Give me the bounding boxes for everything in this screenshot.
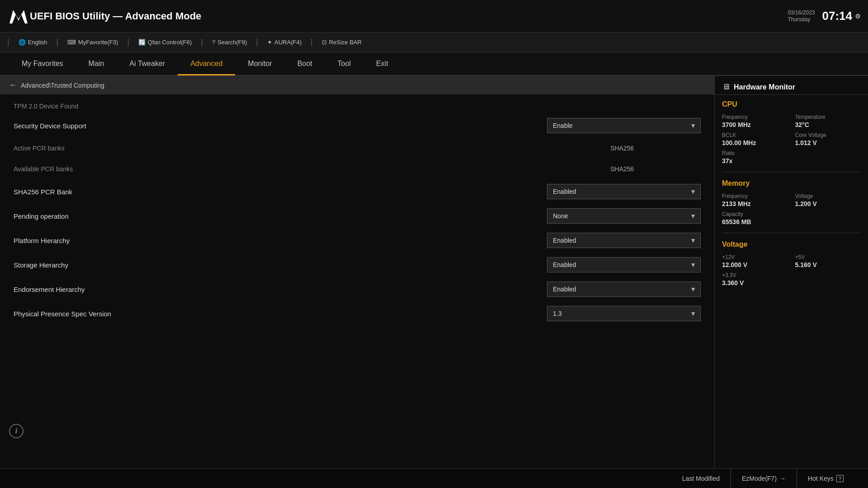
time-display: 07:14 ⚙: [822, 9, 861, 23]
asus-logo: [7, 5, 30, 28]
setting-row-storage-hierarchy: Storage Hierarchy Enabled Disabled ▼: [0, 253, 714, 277]
platform-hierarchy-label: Platform Hierarchy: [14, 237, 547, 244]
tab-advanced[interactable]: Advanced: [178, 53, 235, 75]
sha256-pcr-wrapper: Enabled Disabled ▼: [547, 184, 701, 199]
hardware-monitor-sidebar: 🖥 Hardware Monitor CPU Frequency 3700 MH…: [714, 76, 868, 468]
monitor-icon: 🖥: [722, 82, 730, 92]
tpm-info: TPM 2.0 Device Found: [0, 99, 714, 113]
endorsement-hierarchy-wrapper: Enabled Disabled ▼: [547, 282, 701, 297]
fan-icon: 🔄: [138, 39, 146, 46]
content-area: ← Advanced\Trusted Computing TPM 2.0 Dev…: [0, 76, 714, 468]
tab-boot[interactable]: Boot: [285, 53, 325, 75]
active-pcr-label: Active PCR banks: [14, 145, 610, 152]
hardware-monitor-title: Hardware Monitor: [734, 83, 795, 91]
physical-presence-dropdown[interactable]: 1.3 1.2: [547, 306, 701, 321]
svg-marker-0: [9, 10, 28, 23]
storage-hierarchy-dropdown[interactable]: Enabled Disabled: [547, 257, 701, 272]
physical-presence-wrapper: 1.3 1.2 ▼: [547, 306, 701, 321]
volt-stat-5v: +5V 5.160 V: [795, 254, 861, 268]
platform-hierarchy-dropdown[interactable]: Enabled Disabled: [547, 233, 701, 248]
voltage-section-title: Voltage: [715, 235, 868, 252]
settings-list: TPM 2.0 Device Found Security Device Sup…: [0, 94, 714, 330]
info-icon[interactable]: i: [9, 424, 24, 438]
toolbar-language[interactable]: 🌐 English: [19, 39, 47, 46]
keyboard-icon: ⌨: [67, 39, 76, 46]
setting-row-sha256-pcr: SHA256 PCR Bank Enabled Disabled ▼: [0, 179, 714, 204]
platform-hierarchy-wrapper: Enabled Disabled ▼: [547, 233, 701, 248]
nav-tabs: My Favorites Main Ai Tweaker Advanced Mo…: [0, 52, 868, 76]
sidebar-divider-cpu-mem: [722, 172, 861, 172]
header: UEFI BIOS Utility — Advanced Mode 03/16/…: [0, 0, 868, 33]
physical-presence-label: Physical Presence Spec Version: [14, 310, 547, 318]
security-device-support-dropdown[interactable]: Enable Disable: [547, 118, 701, 133]
endorsement-hierarchy-dropdown[interactable]: Enabled Disabled: [547, 282, 701, 297]
cpu-stat-bclk: BCLK 100.00 MHz: [722, 132, 788, 146]
volt-stat-12v: +12V 12.000 V: [722, 254, 788, 268]
last-modified-button[interactable]: Last Modified: [671, 469, 731, 488]
app-title: UEFI BIOS Utility — Advanced Mode: [30, 10, 201, 22]
breadcrumb: ← Advanced\Trusted Computing: [0, 76, 714, 94]
globe-icon: 🌐: [19, 39, 26, 46]
date-display: 03/16/2023: [788, 9, 815, 16]
storage-hierarchy-label: Storage Hierarchy: [14, 261, 547, 269]
pending-op-wrapper: None TPM Clear ▼: [547, 208, 701, 224]
setting-row-platform-hierarchy: Platform Hierarchy Enabled Disabled ▼: [0, 228, 714, 253]
voltage-stats-grid: +12V 12.000 V +5V 5.160 V +3.3V 3.360 V: [715, 252, 868, 292]
available-pcr-label: Available PCR banks: [14, 165, 610, 173]
ez-mode-button[interactable]: EzMode(F7) →: [731, 469, 797, 488]
volt-stat-3v3: +3.3V 3.360 V: [722, 272, 788, 286]
hot-keys-button[interactable]: Hot Keys ?: [797, 469, 854, 488]
cpu-section-title: CPU: [715, 95, 868, 112]
security-device-support-label: Security Device Support: [14, 122, 547, 130]
tab-tool[interactable]: Tool: [325, 53, 363, 75]
mem-stat-capacity: Capacity 65536 MB: [722, 211, 788, 225]
tab-exit[interactable]: Exit: [363, 53, 401, 75]
cpu-stat-frequency: Frequency 3700 MHz: [722, 114, 788, 128]
endorsement-hierarchy-label: Endorsement Hierarchy: [14, 286, 547, 293]
sidebar-divider-mem-volt: [722, 233, 861, 233]
aura-icon: ✦: [267, 39, 272, 46]
toolbar-qfan[interactable]: 🔄 Qfan Control(F6): [138, 39, 192, 46]
tab-aitweaker[interactable]: Ai Tweaker: [117, 53, 178, 75]
security-device-support-wrapper: Enable Disable ▼: [547, 118, 701, 133]
active-pcr-value: SHA256: [610, 145, 701, 152]
toolbar-search[interactable]: ? Search(F9): [212, 39, 247, 46]
tab-favorites[interactable]: My Favorites: [9, 53, 76, 75]
setting-row-active-pcr: Active PCR banks SHA256: [0, 138, 714, 159]
day-display: Thursday: [788, 16, 815, 23]
main-layout: ← Advanced\Trusted Computing TPM 2.0 Dev…: [0, 76, 868, 468]
sha256-pcr-dropdown[interactable]: Enabled Disabled: [547, 184, 701, 199]
bottom-bar: Last Modified EzMode(F7) → Hot Keys ?: [0, 468, 868, 488]
available-pcr-value: SHA256: [610, 165, 701, 173]
tab-monitor[interactable]: Monitor: [235, 53, 284, 75]
setting-row-endorsement-hierarchy: Endorsement Hierarchy Enabled Disabled ▼: [0, 277, 714, 301]
resize-icon: ⊡: [322, 39, 327, 46]
ez-mode-icon: →: [779, 475, 786, 482]
storage-hierarchy-wrapper: Enabled Disabled ▼: [547, 257, 701, 272]
setting-row-security-device-support: Security Device Support Enable Disable ▼: [0, 113, 714, 138]
toolbar: | 🌐 English | ⌨ MyFavorite(F3) | 🔄 Qfan …: [0, 33, 868, 52]
back-arrow-icon[interactable]: ←: [9, 80, 17, 90]
datetime-block: 03/16/2023 Thursday: [788, 9, 815, 23]
cpu-stat-core-voltage: Core Voltage 1.012 V: [795, 132, 861, 146]
toolbar-aura[interactable]: ✦ AURA(F4): [267, 39, 302, 46]
memory-stats-grid: Frequency 2133 MHz Voltage 1.200 V Capac…: [715, 191, 868, 231]
setting-row-available-pcr: Available PCR banks SHA256: [0, 159, 714, 179]
sha256-pcr-label: SHA256 PCR Bank: [14, 188, 547, 196]
settings-gear-icon[interactable]: ⚙: [855, 13, 861, 20]
memory-section-title: Memory: [715, 174, 868, 191]
cpu-stat-ratio: Ratio 37x: [722, 150, 788, 164]
mem-stat-frequency: Frequency 2133 MHz: [722, 193, 788, 207]
setting-row-pending-op: Pending operation None TPM Clear ▼: [0, 204, 714, 228]
cpu-stats-grid: Frequency 3700 MHz Temperature 32°C BCLK…: [715, 112, 868, 170]
toolbar-myfavorite[interactable]: ⌨ MyFavorite(F3): [67, 39, 118, 46]
pending-op-dropdown[interactable]: None TPM Clear: [547, 208, 701, 224]
pending-operation-label: Pending operation: [14, 212, 547, 220]
question-icon: ?: [212, 39, 215, 46]
mem-stat-voltage: Voltage 1.200 V: [795, 193, 861, 207]
setting-row-physical-presence: Physical Presence Spec Version 1.3 1.2 ▼: [0, 301, 714, 326]
toolbar-resizebar[interactable]: ⊡ ReSize BAR: [322, 39, 362, 46]
hot-keys-icon: ?: [836, 475, 844, 482]
tab-main[interactable]: Main: [76, 53, 117, 75]
cpu-stat-temperature: Temperature 32°C: [795, 114, 861, 128]
